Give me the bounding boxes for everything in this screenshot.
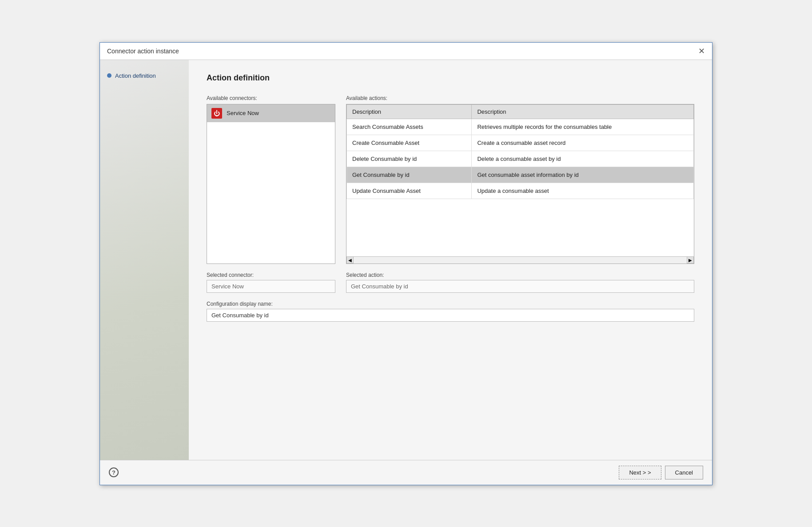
footer-left: ?: [109, 467, 119, 477]
dialog-title: Connector action instance: [107, 48, 179, 55]
selected-action-label: Selected action:: [346, 272, 694, 278]
action-description: Retrieves multiple records for the consu…: [472, 119, 694, 135]
table-row[interactable]: Search Consumable Assets Retrieves multi…: [347, 119, 694, 135]
sidebar-item-action-definition[interactable]: Action definition: [100, 69, 189, 83]
connector-icon: ⏻: [211, 108, 222, 119]
cancel-button[interactable]: Cancel: [665, 466, 703, 479]
available-connectors-label: Available connectors:: [207, 95, 335, 101]
sidebar-bullet: [107, 73, 111, 78]
action-description: Create a consumable asset record: [472, 135, 694, 151]
action-name: Create Consumable Asset: [347, 135, 472, 151]
config-display-name-group: Configuration display name:: [207, 301, 694, 322]
selected-connector-label: Selected connector:: [207, 272, 335, 278]
actions-table-wrapper: Description Description Search Consumabl…: [346, 104, 694, 264]
scroll-left-button[interactable]: ◀: [346, 256, 354, 264]
scroll-right-button[interactable]: ▶: [687, 256, 694, 264]
col-header-description: Description: [347, 104, 472, 119]
selected-action-group: Selected action:: [346, 272, 694, 293]
sidebar-item-label: Action definition: [115, 72, 156, 79]
selected-connector-input[interactable]: [207, 280, 335, 293]
col-header-description2: Description: [472, 104, 694, 119]
config-display-name-label: Configuration display name:: [207, 301, 694, 307]
action-description: Delete a consumable asset by id: [472, 151, 694, 167]
selected-action-input[interactable]: [346, 280, 694, 293]
help-icon[interactable]: ?: [109, 467, 119, 477]
action-name: Delete Consumable by id: [347, 151, 472, 167]
title-bar: Connector action instance ✕: [100, 43, 712, 60]
dialog-body: Action definition Action definition Avai…: [100, 60, 712, 460]
connectors-actions-row: Available connectors: ⏻ Service Now Avai…: [207, 95, 694, 264]
next-button[interactable]: Next > >: [619, 466, 661, 479]
dialog: Connector action instance ✕ Action defin…: [100, 42, 712, 485]
connectors-column: Available connectors: ⏻ Service Now: [207, 95, 335, 264]
close-button[interactable]: ✕: [698, 47, 705, 55]
action-name: Update Consumable Asset: [347, 183, 472, 199]
connector-item-servicenow[interactable]: ⏻ Service Now: [207, 104, 335, 122]
table-row[interactable]: Delete Consumable by id Delete a consuma…: [347, 151, 694, 167]
main-content: Action definition Available connectors: …: [189, 60, 712, 460]
actions-table: Description Description Search Consumabl…: [346, 104, 694, 199]
connectors-list[interactable]: ⏻ Service Now: [207, 104, 335, 264]
config-display-name-input[interactable]: [207, 309, 694, 322]
horizontal-scrollbar: ◀ ▶: [346, 256, 694, 264]
scroll-track: [354, 257, 687, 264]
selected-inputs-row: Selected connector: Selected action:: [207, 272, 694, 293]
table-row[interactable]: Get Consumable by id Get consumable asse…: [347, 167, 694, 183]
action-name: Get Consumable by id: [347, 167, 472, 183]
footer-right: Next > > Cancel: [619, 466, 703, 479]
actions-table-scroll[interactable]: Description Description Search Consumabl…: [346, 104, 694, 256]
sidebar: Action definition: [100, 60, 189, 460]
action-description: Update a consumable asset: [472, 183, 694, 199]
selected-connector-group: Selected connector:: [207, 272, 335, 293]
action-description: Get consumable asset information by id: [472, 167, 694, 183]
power-icon: ⏻: [214, 110, 220, 116]
table-row[interactable]: Update Consumable Asset Update a consuma…: [347, 183, 694, 199]
available-actions-label: Available actions:: [346, 95, 694, 101]
table-row[interactable]: Create Consumable Asset Create a consuma…: [347, 135, 694, 151]
actions-column: Available actions: Description Descripti…: [346, 95, 694, 264]
connector-name: Service Now: [227, 110, 259, 116]
action-name: Search Consumable Assets: [347, 119, 472, 135]
footer: ? Next > > Cancel: [100, 460, 712, 485]
page-title: Action definition: [207, 73, 694, 83]
